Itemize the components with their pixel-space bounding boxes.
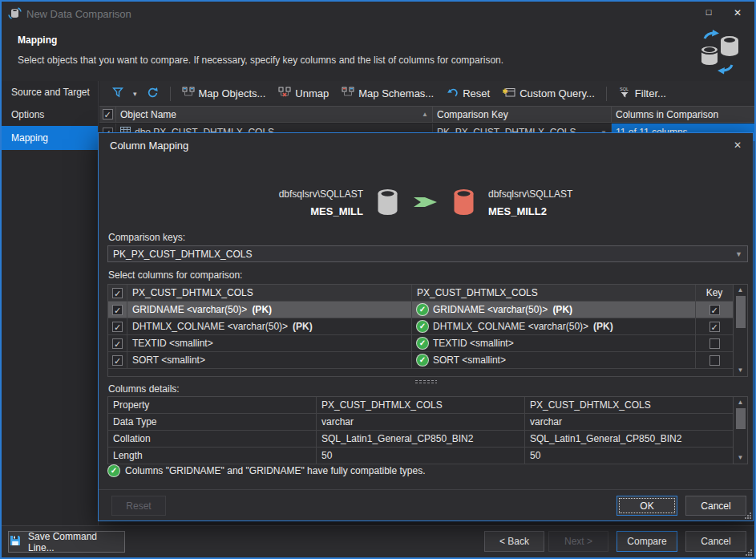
map-objects-button[interactable]: Map Objects... [177, 84, 271, 103]
next-button[interactable]: Next > [548, 531, 608, 552]
row-checkbox[interactable] [112, 338, 123, 349]
dialog-button-separator [99, 489, 753, 490]
details-row-property[interactable]: Property PX_CUST_DHTMLX_COLS PX_CUST_DHT… [108, 397, 733, 414]
map-schemas-label: Map Schemas... [358, 87, 434, 99]
dialog-ok-button[interactable]: OK [617, 496, 677, 516]
columns-details-table: Property PX_CUST_DHTMLX_COLS PX_CUST_DHT… [107, 396, 748, 464]
scroll-thumb[interactable] [736, 296, 746, 328]
scroll-up-icon[interactable]: ▲ [734, 285, 747, 296]
details-row-collation[interactable]: Collation SQL_Latin1_General_CP850_BIN2 … [108, 431, 733, 448]
close-button[interactable]: ✕ [726, 7, 749, 22]
mapped-ok-icon [417, 321, 428, 332]
unmap-button[interactable]: Unmap [273, 84, 334, 103]
maximize-button[interactable]: □ [697, 7, 720, 22]
column-header-object-name[interactable]: Object Name ▲ [116, 107, 433, 122]
comparison-keys-label: Comparison keys: [108, 232, 185, 243]
row-checkbox[interactable] [112, 355, 123, 366]
select-columns-label: Select columns for comparison: [108, 269, 242, 281]
details-row-data-type[interactable]: Data Type varchar varchar [108, 414, 733, 431]
svg-text:✱: ✱ [503, 87, 508, 95]
dialog-reset-button[interactable]: Reset [111, 496, 166, 516]
sidebar-item-source-and-target[interactable]: Source and Target [2, 81, 98, 103]
custom-query-button[interactable]: ✱ Custom Query... [498, 84, 600, 103]
dialog-title: Column Mapping [110, 140, 188, 152]
toolbar-separator [606, 87, 607, 101]
target-server-label: dbfsqlsrv\SQLLAST [488, 186, 608, 203]
dialog-resize-grip[interactable] [743, 511, 751, 519]
source-endpoint: dbfsqlsrv\SQLLAST MES_MILL [243, 186, 363, 220]
sidebar-item-mapping[interactable]: Mapping [2, 126, 98, 150]
data-comparison-app-icon [8, 6, 22, 22]
status-message: Columns "GRIDNAME" and "GRIDNAME" have f… [125, 465, 426, 476]
mapped-ok-icon [417, 354, 428, 366]
mapped-ok-icon [417, 304, 428, 315]
combo-dropdown-icon[interactable]: ▼ [735, 250, 742, 258]
filter-sql-label: Filter... [635, 87, 666, 99]
wizard-header: Mapping Select objects that you want to … [2, 26, 754, 81]
key-checkbox[interactable] [710, 305, 720, 315]
comparison-keys-value: PK_PX_CUST_DHTMLX_COLS [113, 249, 252, 260]
window-resize-grip[interactable] [744, 548, 752, 556]
save-command-line-button[interactable]: Save Command Line... [8, 531, 125, 553]
columns-comparison-table: PX_CUST_DHTMLX_COLS PX_CUST_DHTMLX_COLS … [107, 284, 748, 377]
column-row-textid[interactable]: TEXTID <smallint> TEXTID <smallint> [108, 335, 733, 352]
titlebar: New Data Comparison □ ✕ [2, 2, 754, 26]
scroll-down-icon[interactable]: ▼ [734, 365, 747, 376]
reset-mapping-button[interactable]: Reset [442, 84, 495, 103]
data-comparison-illustration-icon [693, 28, 743, 79]
compatibility-status: Columns "GRIDNAME" and "GRIDNAME" have f… [108, 465, 426, 476]
columns-table-scrollbar[interactable]: ▲ ▼ [733, 285, 747, 376]
filter-funnel-icon [112, 87, 123, 100]
refresh-button[interactable] [142, 84, 164, 103]
key-checkbox[interactable] [710, 355, 720, 366]
mapped-ok-icon [417, 338, 428, 349]
scroll-thumb[interactable] [736, 408, 746, 429]
splitter-handle[interactable] [414, 379, 437, 384]
select-all-checkbox[interactable] [103, 109, 113, 119]
map-schemas-icon [342, 87, 354, 100]
key-checkbox[interactable] [710, 338, 720, 349]
details-table-scrollbar[interactable]: ▲ ▼ [733, 397, 747, 464]
columns-details-label: Columns details: [108, 383, 180, 395]
sidebar-item-options[interactable]: Options [2, 103, 98, 126]
filter-sql-button[interactable]: SQL Filter... [613, 83, 671, 103]
map-schemas-button[interactable]: Map Schemas... [337, 84, 439, 103]
sort-ascending-icon: ▲ [422, 111, 428, 118]
scroll-up-icon[interactable]: ▲ [734, 397, 747, 408]
comparison-keys-combobox[interactable]: PK_PX_CUST_DHTMLX_COLS ▼ [107, 245, 748, 262]
key-column-header: Key [696, 285, 733, 301]
dialog-cancel-button[interactable]: Cancel [685, 496, 746, 516]
endpoint-mapping-graphic: dbfsqlsrv\SQLLAST MES_MILL dbfsqlsrv\SQL… [99, 175, 753, 231]
window-cancel-button[interactable]: Cancel [685, 531, 746, 552]
dialog-close-button[interactable]: ✕ [734, 140, 742, 151]
footer-bar: Save Command Line... < Back Next > Compa… [2, 525, 754, 557]
row-checkbox[interactable] [112, 322, 123, 332]
back-button[interactable]: < Back [484, 531, 544, 552]
filter-funnel-button[interactable] [107, 84, 128, 103]
sql-filter-icon: SQL [618, 86, 631, 101]
row-checkbox[interactable] [112, 305, 123, 315]
target-database-icon [452, 188, 475, 219]
compare-button[interactable]: Compare [617, 531, 677, 552]
window-title: New Data Comparison [26, 8, 131, 20]
filter-caret-button[interactable]: ▾ [131, 88, 139, 99]
column-row-dhtmlx-colname[interactable]: DHTMLX_COLNAME <varchar(50)>(PK) DHTMLX_… [108, 318, 733, 335]
reset-mapping-label: Reset [463, 87, 490, 99]
column-header-comparison-key[interactable]: Comparison Key [433, 107, 612, 122]
mapping-arrow-icon [412, 195, 439, 212]
page-description: Select objects that you want to compare.… [18, 55, 503, 66]
columns-select-all-checkbox[interactable] [112, 288, 123, 298]
wizard-sidebar: Source and Target Options Mapping [2, 81, 99, 525]
columns-table-header: PX_CUST_DHTMLX_COLS PX_CUST_DHTMLX_COLS … [108, 285, 733, 302]
column-header-columns-in-comparison[interactable]: Columns in Comparison [612, 107, 754, 122]
column-row-gridname[interactable]: GRIDNAME <varchar(50)>(PK) GRIDNAME <var… [108, 302, 733, 318]
custom-query-icon: ✱ [503, 87, 515, 100]
key-checkbox[interactable] [710, 322, 720, 332]
details-row-length[interactable]: Length 50 50 [108, 448, 733, 464]
scroll-down-icon[interactable]: ▼ [734, 452, 747, 464]
objects-grid-header: Object Name ▲ Comparison Key Columns in … [99, 106, 754, 123]
column-row-sort[interactable]: SORT <smallint> SORT <smallint> [108, 352, 733, 369]
new-data-comparison-window: New Data Comparison □ ✕ Mapping Select o… [0, 0, 756, 559]
column-mapping-dialog: Column Mapping ✕ dbfsqlsrv\SQLLAST MES_M… [98, 132, 754, 521]
custom-query-label: Custom Query... [519, 87, 595, 99]
